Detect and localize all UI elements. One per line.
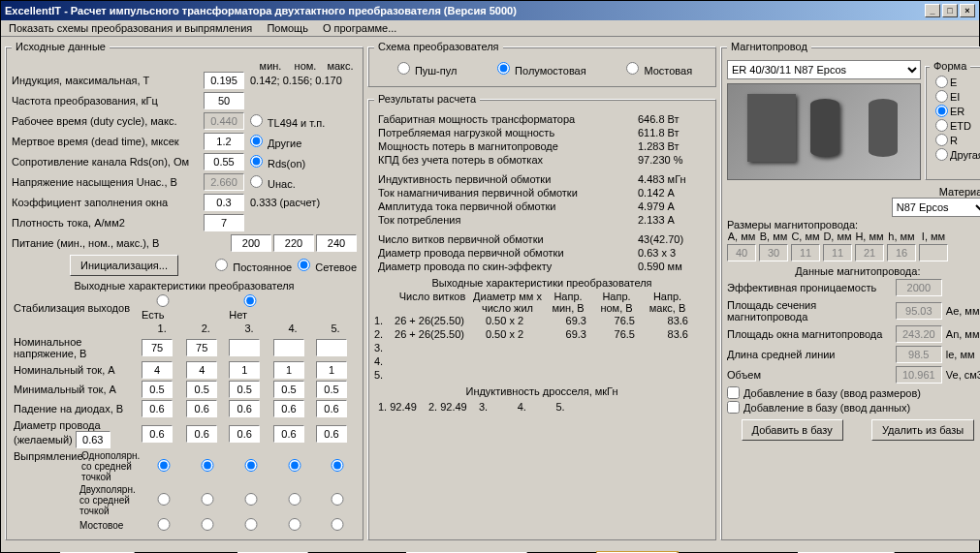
dim-input [759, 244, 788, 261]
vdiod-2[interactable] [186, 400, 217, 417]
imin-2[interactable] [186, 381, 217, 398]
radio-mains[interactable]: Сетевое [292, 259, 357, 273]
outchar-title: Выходные характеристики преобразователя [12, 280, 357, 292]
menu-help[interactable]: Помощь [267, 22, 308, 34]
jdens-label: Плотность тока, А/мм2 [12, 217, 204, 229]
radio-stab-no[interactable]: Нет [229, 297, 268, 321]
power-max[interactable] [316, 234, 357, 252]
chk-add-data[interactable]: Добавление в базу (ввод данных) [727, 401, 980, 414]
rect2-1[interactable] [148, 493, 179, 506]
vol-val [896, 366, 942, 384]
vnom-4[interactable] [273, 339, 304, 356]
vdiod-3[interactable] [229, 400, 260, 417]
imin-1[interactable] [142, 381, 173, 398]
init-button[interactable]: Инициализация... [70, 255, 178, 276]
rect2-3[interactable] [236, 493, 267, 506]
vnom-1[interactable] [142, 339, 173, 356]
results-title: Результаты расчета [374, 93, 480, 105]
rect3-3[interactable] [236, 518, 267, 531]
dwire-desired[interactable] [76, 431, 111, 448]
close-button[interactable]: × [960, 4, 975, 17]
vdiod-1[interactable] [142, 400, 173, 417]
dwire-3[interactable] [229, 425, 260, 443]
rect3-4[interactable] [279, 518, 310, 531]
vdiod-5[interactable] [316, 400, 347, 417]
inom-4[interactable] [273, 361, 304, 379]
shape-Другая[interactable]: Другая [930, 148, 980, 161]
radio-unas[interactable]: Uнас. [244, 175, 357, 190]
rect1-3[interactable] [236, 459, 267, 472]
shape-ER[interactable]: ER [930, 105, 980, 117]
radio-push[interactable]: Пуш-пул [392, 62, 458, 77]
radio-rdson[interactable]: Rds(on) [244, 155, 357, 169]
inom-3[interactable] [229, 361, 260, 379]
dead-input[interactable] [204, 133, 244, 150]
wind-val [896, 325, 942, 343]
del-db-button[interactable]: Удалить из базы [871, 419, 974, 441]
vdiod-4[interactable] [273, 400, 304, 417]
radio-other[interactable]: Другие [244, 135, 357, 149]
radio-const[interactable]: Постоянное [209, 259, 292, 273]
core-title: Магнитопровод [727, 41, 811, 52]
minimize-button[interactable]: _ [925, 4, 940, 17]
results-group: Результаты расчета Габаритная мощность т… [367, 93, 716, 540]
freq-input[interactable] [204, 92, 244, 109]
dwire-2[interactable] [186, 425, 217, 443]
sec-title: Выходные характеристики преобразователя [374, 277, 710, 289]
dim-input [887, 244, 916, 261]
radio-stab-yes[interactable]: Есть [142, 297, 180, 321]
rect1-2[interactable] [192, 459, 223, 472]
ind-title: Индуктивность дросселя, мкГн [374, 385, 710, 397]
rect3-2[interactable] [192, 518, 223, 531]
dwire-4[interactable] [273, 425, 304, 443]
dwire-5[interactable] [316, 425, 347, 443]
maximize-button[interactable]: □ [942, 4, 958, 17]
menu-bar: Показать схемы преобразования и выпрямле… [1, 20, 979, 37]
kfill-input[interactable] [204, 194, 244, 211]
rect1-5[interactable] [322, 459, 353, 472]
rds-input[interactable] [204, 153, 244, 170]
inom-5[interactable] [316, 361, 347, 379]
radio-half[interactable]: Полумостовая [491, 62, 586, 77]
rect2-5[interactable] [322, 493, 353, 506]
core-group: Магнитопровод ER 40/30/11 N87 Epcos Форм… [720, 41, 980, 540]
vnom-3[interactable] [229, 339, 260, 356]
jdens-input[interactable] [204, 214, 244, 231]
stab-label: Стабилизация выходов [12, 293, 140, 322]
inom-1[interactable] [142, 361, 173, 379]
radio-tl494[interactable]: TL494 и т.п. [244, 114, 357, 129]
rect2-2[interactable] [192, 493, 223, 506]
imin-4[interactable] [273, 381, 304, 398]
rect2-4[interactable] [279, 493, 310, 506]
imin-3[interactable] [229, 381, 260, 398]
add-db-button[interactable]: Добавить в базу [742, 419, 843, 441]
material-select[interactable]: N87 Epcos [892, 198, 980, 217]
induction-input[interactable] [204, 72, 244, 89]
shape-R[interactable]: R [930, 134, 980, 146]
dim-input [919, 244, 948, 261]
menu-schemes[interactable]: Показать схемы преобразования и выпрямле… [9, 22, 252, 34]
shape-EI[interactable]: EI [930, 90, 980, 103]
inom-2[interactable] [186, 361, 217, 379]
perm-val [896, 279, 942, 296]
shape-E[interactable]: E [930, 76, 980, 88]
core-select[interactable]: ER 40/30/11 N87 Epcos [727, 60, 921, 79]
shape-ETD[interactable]: ETD [930, 119, 980, 132]
rect-label: Выпрямление: [14, 450, 81, 482]
power-nom[interactable] [273, 234, 314, 252]
rect3-5[interactable] [322, 518, 353, 531]
rect1-1[interactable] [148, 459, 179, 472]
dwire-1[interactable] [142, 425, 173, 443]
imin-5[interactable] [316, 381, 347, 398]
hdr-nom: ном. [289, 60, 322, 72]
shape-group: Форма E EI ER ETD R Другая [925, 60, 980, 180]
power-min[interactable] [231, 234, 271, 252]
rect3-1[interactable] [148, 518, 179, 531]
scheme-group: Схема преобразователя Пуш-пул Полумостов… [367, 41, 716, 87]
vnom-2[interactable] [186, 339, 217, 356]
menu-about[interactable]: О программе... [323, 22, 396, 34]
rect1-4[interactable] [279, 459, 310, 472]
vnom-5[interactable] [316, 339, 347, 356]
chk-add-size[interactable]: Добавление в базу (ввод размеров) [727, 386, 980, 399]
radio-full[interactable]: Мостовая [620, 62, 692, 77]
